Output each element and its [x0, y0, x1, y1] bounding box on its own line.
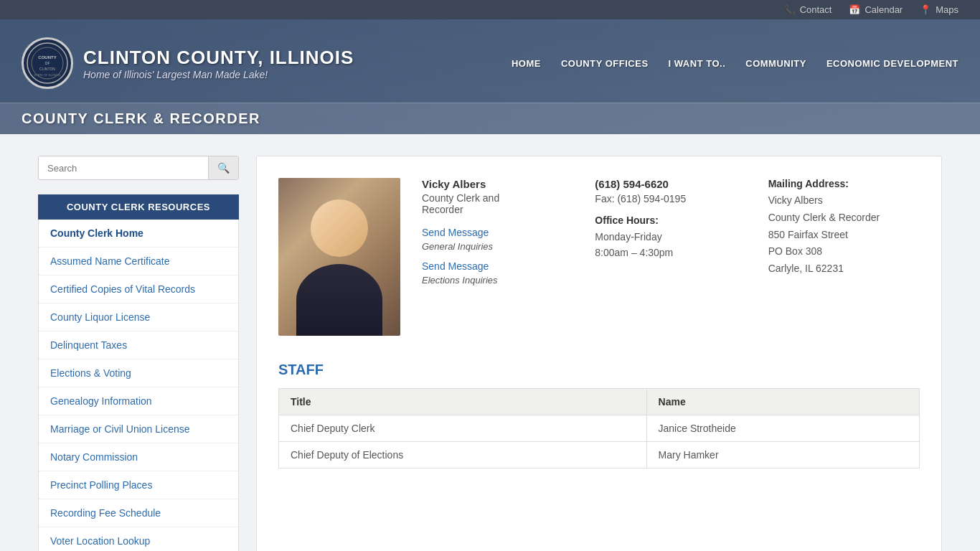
page-title-bar: COUNTY CLERK & RECORDER: [0, 103, 980, 134]
main-navigation: HOME COUNTY OFFICES I WANT TO.. COMMUNIT…: [512, 55, 958, 72]
sidebar-item-liquor-license[interactable]: County Liquor License: [39, 303, 238, 331]
site-title: CLINTON COUNTY, ILLINOIS: [83, 47, 354, 69]
mailing-city: Carlyle, IL 62231: [768, 263, 844, 274]
general-inquiries-label: General Inquiries: [422, 241, 573, 252]
staff-name-cell: Mary Hamker: [646, 442, 919, 468]
contact-link[interactable]: 📞 Contact: [784, 4, 832, 15]
phone-icon: 📞: [784, 4, 796, 15]
staff-table: Title Name Chief Deputy ClerkJanice Stro…: [278, 388, 920, 468]
sidebar-item-genealogy[interactable]: Genealogy Information: [39, 387, 238, 415]
elections-inquiries-label: Elections Inquiries: [422, 275, 573, 286]
nav-home[interactable]: HOME: [512, 55, 541, 72]
calendar-link[interactable]: 📅 Calendar: [849, 4, 903, 15]
staff-name-cell: Janice Strotheide: [646, 415, 919, 442]
sidebar-item-delinquent-taxes[interactable]: Delinquent Taxes: [39, 331, 238, 359]
contact-label: Contact: [800, 4, 832, 15]
col-title: Title: [279, 389, 647, 415]
top-utility-bar: 📞 Contact 📅 Calendar 📍 Maps: [0, 0, 980, 19]
calendar-icon: 📅: [849, 4, 860, 15]
staff-table-header: Title Name: [279, 389, 920, 415]
staff-title-cell: Chief Deputy of Elections: [279, 442, 647, 468]
maps-icon: 📍: [920, 4, 931, 15]
send-message-general-link[interactable]: Send Message: [422, 227, 489, 238]
nav-economic-development[interactable]: ECONOMIC DEVELOPMENT: [826, 55, 958, 72]
site-header: COUNTY OF CLINTON STATE OF ILLINOIS CLIN…: [0, 19, 980, 134]
logo-text-area: CLINTON COUNTY, ILLINOIS Home of Illinoi…: [83, 47, 354, 80]
search-input[interactable]: [39, 156, 208, 179]
maps-link[interactable]: 📍 Maps: [920, 4, 958, 15]
site-subtitle: Home of Illinois' Largest Man Made Lake!: [83, 69, 354, 80]
profile-photo: [278, 178, 400, 336]
mailing-title: County Clerk & Recorder: [768, 212, 880, 223]
profile-section: Vicky Albers County Clerk and Recorder S…: [278, 178, 920, 336]
profile-mailing: Mailing Address: Vicky Albers County Cle…: [768, 178, 920, 336]
sidebar: 🔍 COUNTY CLERK RESOURCES County Clerk Ho…: [38, 156, 239, 551]
main-content: Vicky Albers County Clerk and Recorder S…: [256, 156, 942, 551]
mailing-label: Mailing Address:: [768, 178, 920, 189]
sidebar-resources-header: COUNTY CLERK RESOURCES: [38, 194, 239, 220]
sidebar-item-home[interactable]: County Clerk Home: [39, 220, 238, 248]
table-row: Chief Deputy of ElectionsMary Hamker: [279, 442, 920, 468]
nav-i-want-to[interactable]: I WANT TO..: [669, 55, 726, 72]
nav-community[interactable]: COMMUNITY: [745, 55, 806, 72]
page-title: COUNTY CLERK & RECORDER: [22, 110, 958, 127]
sidebar-item-precinct[interactable]: Precinct Polling Places: [39, 471, 238, 499]
sidebar-item-recording-fee[interactable]: Recording Fee Schedule: [39, 499, 238, 527]
sidebar-item-assumed-name[interactable]: Assumed Name Certificate: [39, 248, 238, 276]
svg-text:OF: OF: [45, 61, 50, 65]
svg-text:CLINTON: CLINTON: [39, 67, 55, 71]
office-hours-label: Office Hours:: [595, 215, 746, 226]
maps-label: Maps: [936, 4, 958, 15]
contact-phone: (618) 594-6620: [595, 178, 746, 190]
sidebar-item-vital-records[interactable]: Certified Copies of Vital Records: [39, 276, 238, 303]
office-hours-days: Monday-Friday: [595, 229, 746, 245]
send-message-elections-link[interactable]: Send Message: [422, 260, 489, 272]
profile-info: Vicky Albers County Clerk and Recorder S…: [422, 178, 573, 336]
sidebar-item-marriage-license[interactable]: Marriage or Civil Union License: [39, 415, 238, 443]
sidebar-navigation: County Clerk Home Assumed Name Certifica…: [38, 220, 239, 551]
search-button[interactable]: 🔍: [208, 156, 238, 179]
mailing-name: Vicky Albers: [768, 194, 823, 206]
search-box: 🔍: [38, 156, 239, 180]
content-wrapper: 🔍 COUNTY CLERK RESOURCES County Clerk Ho…: [24, 134, 956, 551]
profile-contact: (618) 594-6620 Fax: (618) 594-0195 Offic…: [595, 178, 746, 336]
sidebar-item-notary[interactable]: Notary Commission: [39, 443, 238, 471]
table-row: Chief Deputy ClerkJanice Strotheide: [279, 415, 920, 442]
nav-county-offices[interactable]: COUNTY OFFICES: [561, 55, 649, 72]
mailing-address1: 850 Fairfax Street: [768, 229, 848, 240]
staff-title: STAFF: [278, 362, 920, 378]
svg-text:STATE OF ILLINOIS: STATE OF ILLINOIS: [34, 73, 61, 77]
calendar-label: Calendar: [864, 4, 903, 15]
col-name: Name: [646, 389, 919, 415]
office-hours-time: 8:00am – 4:30pm: [595, 245, 746, 260]
logo-area: COUNTY OF CLINTON STATE OF ILLINOIS CLIN…: [22, 37, 354, 89]
contact-fax: Fax: (618) 594-0195: [595, 193, 746, 204]
staff-title-cell: Chief Deputy Clerk: [279, 415, 647, 442]
sidebar-item-elections[interactable]: Elections & Voting: [39, 359, 238, 387]
profile-title: County Clerk and Recorder: [422, 192, 573, 215]
profile-name: Vicky Albers: [422, 178, 573, 190]
mailing-address2: PO Box 308: [768, 245, 823, 257]
county-seal: COUNTY OF CLINTON STATE OF ILLINOIS: [22, 37, 73, 89]
svg-text:COUNTY: COUNTY: [38, 55, 56, 60]
staff-section: STAFF Title Name Chief Deputy ClerkJanic…: [278, 362, 920, 468]
sidebar-item-voter-lookup[interactable]: Voter Location Lookup: [39, 527, 238, 551]
search-icon: 🔍: [217, 162, 230, 174]
